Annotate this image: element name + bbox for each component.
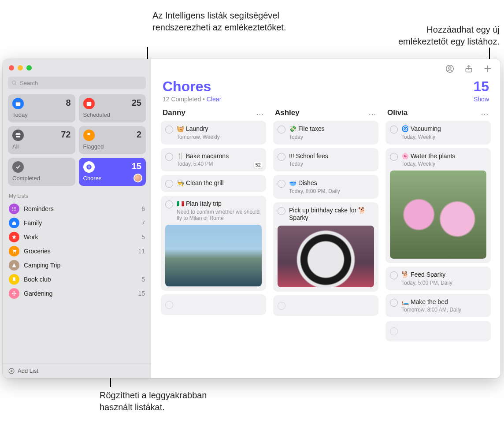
list-count: 15 [473, 78, 489, 95]
task-radio[interactable] [165, 126, 173, 134]
list-glyph-icon [9, 274, 19, 285]
task-card[interactable]: Pick up birthday cake for 🐕 Sparky [273, 202, 378, 292]
svg-point-20 [15, 293, 16, 294]
my-lists: Reminders6Family7Work5Groceries11Camping… [3, 202, 151, 363]
sidebar-item-reminders[interactable]: Reminders6 [3, 202, 151, 216]
list-glyph-icon [9, 232, 19, 242]
task-radio[interactable] [278, 126, 285, 134]
task-card[interactable]: 🛏️ Make the bedTomorrow, 8:00 AM, Daily [385, 294, 491, 318]
zoom-dot[interactable] [26, 65, 32, 70]
task-image [165, 225, 262, 286]
task-card[interactable]: 🍴 Bake macaronsToday, 5:40 PM52 [161, 148, 266, 172]
task-title: 🇮🇹 Plan Italy trip [177, 200, 262, 208]
add-reminder-button[interactable] [483, 64, 493, 74]
list-name: Gardening [24, 290, 138, 297]
task-radio[interactable] [278, 302, 285, 310]
sidebar-item-family[interactable]: Family7 [3, 216, 151, 230]
smart-count: 8 [66, 98, 70, 108]
list-glyph-icon [9, 246, 19, 256]
task-title: 🌀 Vacuuming [401, 125, 486, 133]
smart-list-completed[interactable]: Completed [8, 158, 75, 186]
smart-list-all[interactable]: 72All [8, 126, 75, 154]
smart-count: 25 [132, 98, 141, 108]
kanban-columns: Danny…🧺 LaundryTomorrow, Weekly🍴 Bake ma… [151, 106, 500, 378]
add-list-button[interactable]: Add List [3, 363, 151, 378]
sidebar-item-gardening[interactable]: Gardening15 [3, 286, 151, 301]
task-card[interactable]: 🥣 DishesToday, 8:00 PM, Daily [273, 175, 378, 199]
list-name: Reminders [24, 205, 141, 212]
task-list: 🌀 VacuumingToday, Weekly🌸 Water the plan… [385, 121, 491, 341]
task-radio[interactable] [390, 126, 398, 134]
svg-marker-13 [12, 235, 16, 239]
list-count: 6 [141, 205, 145, 212]
callout-smart: Az Intelligens listák segítségével rends… [152, 10, 289, 33]
sidebar-item-book-club[interactable]: Book club5 [3, 272, 151, 286]
new-task-placeholder[interactable] [161, 294, 266, 315]
sidebar-item-work[interactable]: Work5 [3, 230, 151, 244]
smart-label: All [12, 143, 71, 150]
task-radio[interactable] [390, 271, 398, 279]
column-olivia: Olivia…🌀 VacuumingToday, Weekly🌸 Water t… [385, 106, 491, 373]
task-radio[interactable] [278, 207, 285, 215]
task-card[interactable]: 🌀 VacuumingToday, Weekly [385, 121, 491, 145]
svg-rect-11 [14, 209, 16, 209]
svg-point-8 [12, 208, 13, 209]
smart-list-today[interactable]: 8Today [8, 94, 75, 122]
task-card[interactable]: 🐕 Feed SparkyToday, 5:00 PM, Daily [385, 267, 491, 290]
svg-point-25 [448, 67, 451, 69]
share-button[interactable] [464, 64, 473, 74]
callout-pin: Rögzítheti a leggyakrabban használt list… [100, 390, 241, 413]
task-card[interactable]: 👨‍🍳 Clean the grill [161, 175, 266, 192]
smart-list-flagged[interactable]: 2Flagged [79, 126, 146, 154]
task-title: 🌸 Water the plants [401, 152, 486, 160]
list-glyph-icon [9, 218, 19, 228]
collaborate-button[interactable] [445, 64, 455, 74]
smart-count: 2 [137, 130, 141, 140]
task-radio[interactable] [390, 153, 398, 161]
new-task-placeholder[interactable] [385, 321, 491, 341]
smart-list-scheduled[interactable]: 25Scheduled [79, 94, 146, 122]
close-dot[interactable] [9, 65, 14, 70]
toolbar [151, 59, 500, 78]
task-subtitle: Today, Weekly [401, 134, 486, 140]
task-radio[interactable] [390, 299, 398, 307]
task-radio[interactable] [165, 301, 173, 309]
smart-label: Completed [12, 175, 71, 182]
search-input[interactable]: Search [8, 77, 146, 89]
smart-list-chores[interactable]: 15Chores [79, 158, 146, 186]
task-card[interactable]: 🇮🇹 Plan Italy tripNeed to confirm whethe… [161, 196, 266, 291]
task-radio[interactable] [278, 180, 285, 188]
task-subtitle: Today, 5:40 PM [177, 161, 262, 167]
task-radio[interactable] [165, 180, 173, 188]
task-card[interactable]: !!! School feesToday [273, 148, 378, 172]
task-subtitle: Today, 5:00 PM, Daily [401, 280, 486, 286]
completed-icon [12, 161, 24, 173]
task-subtitle: Today [289, 161, 374, 167]
task-subtitle: Today, Weekly [401, 161, 486, 167]
task-card[interactable]: 🧺 LaundryTomorrow, Weekly [161, 121, 266, 145]
column-more-button[interactable]: … [481, 108, 489, 117]
callout-add: Hozzáadhat egy új emlékeztetőt egy listá… [382, 24, 500, 48]
column-more-button[interactable]: … [256, 108, 264, 117]
column-more-button[interactable]: … [368, 108, 377, 117]
minimize-dot[interactable] [18, 65, 23, 70]
show-completed-button[interactable]: Show [474, 96, 489, 103]
task-radio[interactable] [165, 200, 173, 208]
task-radio[interactable] [278, 153, 285, 161]
new-task-placeholder[interactable] [273, 295, 378, 316]
clear-completed-button[interactable]: Clear [207, 96, 221, 103]
flagged-icon [83, 130, 95, 141]
task-card[interactable]: 🌸 Water the plantsToday, Weekly [385, 148, 491, 263]
task-radio[interactable] [165, 153, 173, 161]
smart-lists-grid: 8Today25Scheduled72All2FlaggedCompleted1… [3, 94, 151, 186]
sidebar-item-camping-trip[interactable]: Camping Trip [3, 258, 151, 272]
sidebar-item-groceries[interactable]: Groceries11 [3, 244, 151, 258]
svg-rect-12 [14, 210, 16, 211]
mylists-header: My Lists [3, 186, 151, 202]
task-card[interactable]: 💸 File taxesToday [273, 121, 378, 145]
task-radio[interactable] [390, 327, 398, 335]
list-name: Camping Trip [24, 262, 145, 269]
chores-icon [83, 161, 95, 173]
task-image [278, 226, 374, 287]
svg-rect-3 [16, 102, 21, 103]
